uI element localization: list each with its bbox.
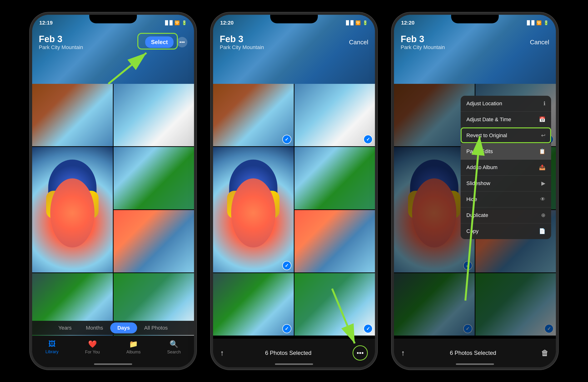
location-2: Park City Mountain xyxy=(220,44,264,50)
phone-2: 12:20 ▐▌█ 🛜 🔋 Feb 3 Park City Mountain C… xyxy=(211,12,377,370)
check-2: ✓ xyxy=(363,135,373,144)
wifi-icon-1: 🛜 xyxy=(174,20,180,25)
context-menu-3: Adjust Location ℹ Adjust Date & Time 📅 R… xyxy=(461,96,551,239)
photo-header-2: Feb 3 Park City Mountain Cancel xyxy=(213,28,375,56)
paste-edits-icon: 📋 xyxy=(539,148,546,155)
home-indicator-2 xyxy=(275,363,313,365)
location-3: Park City Mountain xyxy=(401,44,445,50)
battery-icon-3: 🔋 xyxy=(544,20,549,25)
notch-1 xyxy=(89,15,137,23)
cancel-button-2[interactable]: Cancel xyxy=(349,39,368,46)
date-title-2: Feb 3 xyxy=(220,34,264,44)
hide-icon: 👁 xyxy=(540,196,546,202)
more-circle-2[interactable]: ••• xyxy=(353,345,368,361)
grid-photo-2-selfie[interactable]: ✓ xyxy=(213,147,294,273)
battery-icon-1: 🔋 xyxy=(182,20,187,25)
check-6: ✓ xyxy=(363,324,373,333)
phone-3: 12:20 ▐▌█ 🛜 🔋 Feb 3 Park City Mountain C… xyxy=(392,12,558,370)
signal-icon-1: ▐▌█ xyxy=(164,20,173,25)
header-title-block-3: Feb 3 Park City Mountain xyxy=(401,34,445,50)
grid-photo-1-3[interactable] xyxy=(114,147,194,209)
signal-icon-3: ▐▌█ xyxy=(525,20,534,25)
grid-photo-1-1[interactable] xyxy=(32,84,113,146)
check-5: ✓ xyxy=(282,324,291,333)
status-icons-1: ▐▌█ 🛜 🔋 xyxy=(164,20,187,25)
tab-foryou-1[interactable]: ❤️ For You xyxy=(85,340,100,355)
phone-1: 12:19 ▐▌█ 🛜 🔋 Feb 3 Park City Mountain S… xyxy=(30,12,196,370)
hide-label: Hide xyxy=(466,196,477,202)
search-icon-1: 🔍 xyxy=(169,340,178,348)
paste-edits-label: Paste Edits xyxy=(466,148,493,155)
grid-photo-1-selfie[interactable] xyxy=(32,147,113,273)
filter-months-1[interactable]: Months xyxy=(79,322,110,333)
header-title-block-1: Feb 3 Park City Mountain xyxy=(39,34,83,50)
copy-label: Copy xyxy=(466,228,479,234)
check-3-selfie: ✓ xyxy=(463,261,472,270)
revert-label: Revert to Original xyxy=(466,132,507,139)
menu-revert[interactable]: Revert to Original ↩ xyxy=(461,128,551,144)
menu-copy[interactable]: Copy 📄 xyxy=(461,223,551,239)
home-indicator-1 xyxy=(94,363,132,365)
adjust-location-icon: ℹ xyxy=(544,101,546,107)
menu-add-album[interactable]: Add to Album 📤 xyxy=(461,160,551,175)
battery-icon-2: 🔋 xyxy=(363,20,368,25)
location-1: Park City Mountain xyxy=(39,44,83,50)
grid-photo-1-4[interactable] xyxy=(114,210,194,273)
revert-icon: ↩ xyxy=(541,132,546,139)
grid-photo-2-4[interactable] xyxy=(294,210,375,273)
menu-hide[interactable]: Hide 👁 xyxy=(461,191,551,208)
share-icon-3[interactable]: ↑ xyxy=(401,349,405,358)
grid-photo-2-6[interactable]: ✓ xyxy=(294,273,375,336)
more-button-1[interactable]: ••• xyxy=(177,37,187,47)
time-2: 12:20 xyxy=(220,20,233,26)
tab-library-1[interactable]: 🖼 Library xyxy=(45,340,59,354)
grid-photo-2-2[interactable]: ✓ xyxy=(294,84,375,146)
duplicate-icon: ⊕ xyxy=(541,212,546,218)
menu-paste-edits[interactable]: Paste Edits 📋 xyxy=(461,144,551,160)
adjust-datetime-icon: 📅 xyxy=(539,116,546,123)
action-bar-2: ↑ 6 Photos Selected ••• xyxy=(213,339,375,367)
filter-days-1[interactable]: Days xyxy=(110,322,137,333)
library-label-1: Library xyxy=(45,349,59,354)
select-button-1[interactable]: Select xyxy=(145,36,173,48)
tab-albums-1[interactable]: 📁 Albums xyxy=(126,340,141,355)
grid-photo-2-3[interactable] xyxy=(294,147,375,209)
copy-icon: 📄 xyxy=(539,228,546,234)
menu-duplicate[interactable]: Duplicate ⊕ xyxy=(461,208,551,223)
selected-count-2: 6 Photos Selected xyxy=(265,350,312,356)
wifi-icon-2: 🛜 xyxy=(356,20,361,25)
adjust-location-label: Adjust Location xyxy=(466,101,502,107)
time-3: 12:20 xyxy=(401,20,415,26)
foryou-icon-1: ❤️ xyxy=(88,340,97,348)
filter-allphotos-1[interactable]: All Photos xyxy=(137,322,175,333)
selected-count-3: 6 Photos Selected xyxy=(450,350,496,356)
slideshow-label: Slideshow xyxy=(466,180,490,187)
albums-label-1: Albums xyxy=(126,350,141,355)
albums-icon-1: 📁 xyxy=(129,340,138,348)
grid-photo-3-6[interactable]: ✓ xyxy=(475,273,556,336)
check-1: ✓ xyxy=(282,135,291,144)
menu-adjust-location[interactable]: Adjust Location ℹ xyxy=(461,96,551,112)
signal-icon-2: ▐▌█ xyxy=(344,20,354,25)
filter-years-1[interactable]: Years xyxy=(51,322,79,333)
status-icons-2: ▐▌█ 🛜 🔋 xyxy=(344,20,368,25)
duplicate-label: Duplicate xyxy=(466,212,488,218)
cancel-button-3[interactable]: Cancel xyxy=(530,39,549,46)
notch-2 xyxy=(270,15,318,23)
menu-adjust-datetime[interactable]: Adjust Date & Time 📅 xyxy=(461,112,551,128)
share-icon-2[interactable]: ↑ xyxy=(220,349,224,358)
date-title-3: Feb 3 xyxy=(401,34,445,44)
check-3-5: ✓ xyxy=(463,324,472,333)
grid-photo-1-2[interactable] xyxy=(114,84,194,146)
wifi-icon-3: 🛜 xyxy=(536,20,542,25)
menu-slideshow[interactable]: Slideshow ▶ xyxy=(461,175,551,191)
grid-photo-2-5[interactable]: ✓ xyxy=(213,273,294,336)
check-selfie: ✓ xyxy=(282,261,291,270)
grid-photo-2-1[interactable]: ✓ xyxy=(213,84,294,146)
action-bar-3: ↑ 6 Photos Selected 🗑 xyxy=(394,339,556,367)
tab-search-1[interactable]: 🔍 Search xyxy=(167,340,181,355)
delete-icon-3[interactable]: 🗑 xyxy=(541,349,549,358)
grid-photo-3-5[interactable]: ✓ xyxy=(394,273,475,336)
photo-grid-1 xyxy=(32,84,194,336)
library-icon-1: 🖼 xyxy=(48,340,56,348)
